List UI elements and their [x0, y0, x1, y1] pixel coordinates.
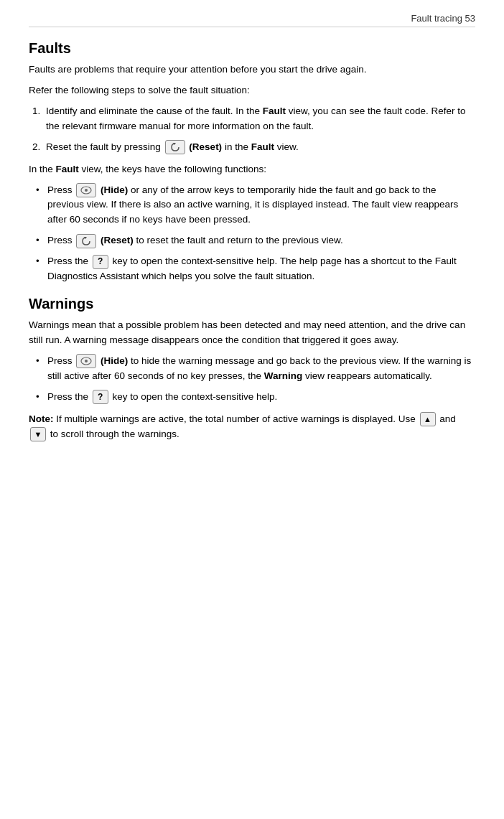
- help-key-icon-1: ?: [93, 255, 108, 269]
- faults-intro1: Faults are problems that require your at…: [29, 62, 475, 78]
- svg-point-2: [85, 189, 88, 192]
- bullet2-bold-reset: (Reset): [101, 235, 134, 245]
- warnings-intro: Warnings mean that a possible problem ha…: [29, 318, 475, 348]
- header-text: Fault tracing 53: [411, 13, 475, 24]
- step2-text-before: Reset the fault by pressing: [46, 141, 164, 152]
- note-paragraph: Note: If multiple warnings are active, t…: [29, 412, 475, 442]
- note-and: and: [437, 413, 456, 424]
- faults-bullet-1: Press (Hide) or any of the arrow keys to…: [36, 183, 475, 228]
- step2-bold-reset: (Reset): [189, 141, 222, 152]
- warnings-bullets-list: Press (Hide) to hide the warning message…: [36, 354, 475, 405]
- keys-intro-bold: Fault: [56, 164, 79, 174]
- page-container: Fault tracing 53 Faults Faults are probl…: [0, 0, 504, 819]
- faults-step-2: Reset the fault by pressing (Reset) in t…: [43, 140, 475, 155]
- bullet2-press: Press: [47, 235, 75, 245]
- down-arrow-icon: ▼: [30, 427, 46, 441]
- wbullet1-press: Press: [47, 355, 75, 366]
- bullet2-text: to reset the fault and return to the pre…: [134, 235, 343, 245]
- warnings-bullet-2: Press the ? key to open the context-sens…: [36, 390, 475, 405]
- bullet3-text: key to open the context-sensitive help. …: [47, 256, 457, 281]
- wbullet2-press: Press the: [47, 391, 91, 402]
- faults-step-1: Identify and eliminate the cause of the …: [43, 104, 475, 134]
- warnings-section: Warnings Warnings mean that a possible p…: [29, 296, 475, 441]
- warnings-bullet-1: Press (Hide) to hide the warning message…: [36, 354, 475, 384]
- step2-text-in: in the: [222, 141, 251, 152]
- keys-intro-after: view, the keys have the following functi…: [79, 164, 266, 174]
- step2-bold-fault: Fault: [251, 141, 274, 152]
- step2-text-end: view.: [274, 141, 299, 152]
- step1-text-before: Identify and eliminate the cause of the …: [46, 106, 263, 116]
- wbullet2-text: key to open the context-sensitive help.: [110, 391, 277, 402]
- faults-bullet-3: Press the ? key to open the context-sens…: [36, 254, 475, 284]
- faults-bullet-2: Press (Reset) to reset the fault and ret…: [36, 233, 475, 248]
- faults-intro2: Refer the following steps to solve the f…: [29, 83, 475, 98]
- help-key-icon-2: ?: [93, 390, 108, 404]
- faults-steps-list: Identify and eliminate the cause of the …: [43, 104, 475, 155]
- step1-bold-fault: Fault: [263, 106, 286, 116]
- faults-title: Faults: [29, 40, 475, 57]
- faults-bullets-list: Press (Hide) or any of the arrow keys to…: [36, 183, 475, 285]
- wbullet1-bold-warning: Warning: [264, 370, 303, 381]
- keys-intro-paragraph: In the Fault view, the keys have the fol…: [29, 162, 475, 177]
- up-arrow-icon: ▲: [420, 412, 436, 426]
- warnings-title: Warnings: [29, 296, 475, 312]
- wbullet1-text2: view reappears automatically.: [302, 370, 432, 381]
- hide-key-icon-1: [76, 183, 96, 197]
- bullet3-press: Press the: [47, 256, 91, 266]
- faults-section: Faults Faults are problems that require …: [29, 40, 475, 284]
- note-end: to scroll through the warnings.: [47, 429, 179, 439]
- svg-point-5: [85, 360, 88, 362]
- reset-key-icon: [165, 140, 185, 154]
- note-text: If multiple warnings are active, the tot…: [54, 413, 419, 424]
- bullet1-press: Press: [47, 184, 75, 195]
- wbullet1-bold-hide: (Hide): [101, 355, 128, 366]
- reset-key-icon-2: [76, 234, 96, 248]
- keys-intro-before: In the: [29, 164, 56, 174]
- page-header: Fault tracing 53: [29, 13, 475, 27]
- note-label: Note:: [29, 413, 54, 424]
- bullet1-bold-hide: (Hide): [101, 184, 128, 195]
- hide-key-icon-2: [76, 354, 96, 368]
